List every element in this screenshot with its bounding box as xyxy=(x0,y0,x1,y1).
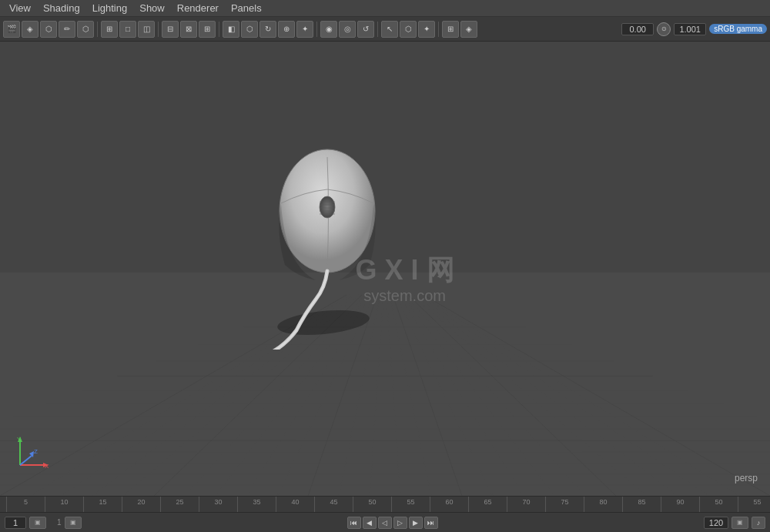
render1-icon[interactable]: ◉ xyxy=(320,21,337,38)
value-group: 0.00 ⊙ 1.001 sRGB gamma xyxy=(621,22,767,36)
playback-controls: ⏮ ◀ ◁ ▷ ▶ ⏭ xyxy=(347,517,438,529)
svg-text:Z: Z xyxy=(34,448,38,455)
sep5 xyxy=(377,22,378,37)
loop-icon[interactable]: ⬡ xyxy=(400,21,417,38)
menu-lighting[interactable]: Lighting xyxy=(86,1,134,15)
tick-20: 20 xyxy=(122,497,160,512)
menu-show[interactable]: Show xyxy=(133,1,171,15)
tick-80: 80 xyxy=(584,497,622,512)
scale-icon[interactable]: ⊕ xyxy=(278,21,295,38)
tick-50a: 50 xyxy=(353,497,391,512)
tick-25: 25 xyxy=(160,497,199,512)
paint2-icon[interactable]: ✦ xyxy=(418,21,435,38)
view3-icon[interactable]: ⊞ xyxy=(199,21,216,38)
tick-15: 15 xyxy=(83,497,122,512)
tick-65: 65 xyxy=(468,497,507,512)
snap-icon[interactable]: ⊞ xyxy=(442,21,459,38)
menu-view[interactable]: View xyxy=(3,1,37,15)
value1-box[interactable]: 0.00 xyxy=(621,23,654,35)
menu-shading[interactable]: Shading xyxy=(37,1,86,15)
cube-icon[interactable]: ◧ xyxy=(223,21,239,38)
pointer-icon[interactable]: ↖ xyxy=(381,21,398,38)
tick-70: 70 xyxy=(507,497,545,512)
end-icon[interactable]: ▣ xyxy=(732,517,748,529)
view1-icon[interactable]: ⊟ xyxy=(162,21,179,38)
sep2 xyxy=(158,22,159,37)
camera-icon[interactable]: 🎬 xyxy=(3,21,20,38)
sep6 xyxy=(438,22,439,37)
magnet-icon[interactable]: ◈ xyxy=(460,21,477,38)
svg-text:X: X xyxy=(45,463,49,470)
tick-60: 60 xyxy=(430,497,468,512)
value2-box[interactable]: 1.001 xyxy=(674,23,706,35)
value-icon: ⊙ xyxy=(657,22,671,36)
tick-75: 75 xyxy=(545,497,584,512)
gamma-badge: sRGB gamma xyxy=(709,24,767,34)
menu-panels[interactable]: Panels xyxy=(225,1,268,15)
bottombar: 1 ▣ 1 ▣ ⏮ ◀ ◁ ▷ ▶ ⏭ 120 ▣ ♪ xyxy=(0,513,770,532)
render3-icon[interactable]: ↺ xyxy=(357,21,374,38)
play-fwd-btn[interactable]: ▷ xyxy=(393,517,407,529)
tick-55a: 55 xyxy=(391,497,430,512)
persp-label: persp xyxy=(735,473,758,483)
select-icon[interactable]: ◈ xyxy=(22,21,38,38)
tick-40: 40 xyxy=(276,497,314,512)
skip-start-btn[interactable]: ⏮ xyxy=(347,517,361,529)
lasso-icon[interactable]: ⬡ xyxy=(40,21,57,38)
light-icon[interactable]: ✦ xyxy=(296,21,313,38)
tick-45: 45 xyxy=(314,497,353,512)
tick-35: 35 xyxy=(237,497,276,512)
tick-85: 85 xyxy=(622,497,661,512)
tick-55b: 55 xyxy=(738,497,770,512)
render2-icon[interactable]: ◎ xyxy=(339,21,356,38)
menubar: View Shading Lighting Show Renderer Pane… xyxy=(0,0,770,17)
sep3 xyxy=(219,22,219,37)
tick-10: 10 xyxy=(45,497,83,512)
skip-end-btn[interactable]: ⏭ xyxy=(424,517,438,529)
sculpt-icon[interactable]: ⬡ xyxy=(77,21,94,38)
mouse-3d-model xyxy=(239,134,424,350)
grid-icon[interactable]: ⊞ xyxy=(101,21,118,38)
rotate-icon[interactable]: ↻ xyxy=(259,21,276,38)
frame2-label: 1 xyxy=(57,518,62,527)
svg-line-11 xyxy=(20,456,32,465)
frame2-icon[interactable]: ▣ xyxy=(65,517,82,529)
paint-icon[interactable]: ✏ xyxy=(59,21,75,38)
axis-indicator: X Y Z xyxy=(12,434,51,473)
sep1 xyxy=(97,22,98,37)
shading1-icon[interactable]: □ xyxy=(119,21,136,38)
ruler-ticks: 5 10 15 20 25 30 35 40 45 50 55 60 65 70… xyxy=(6,497,770,512)
sphere-icon[interactable]: ⬡ xyxy=(241,21,258,38)
tick-30: 30 xyxy=(199,497,237,512)
tick-5: 5 xyxy=(6,497,45,512)
frame-icon[interactable]: ▣ xyxy=(29,517,46,529)
view2-icon[interactable]: ⊠ xyxy=(180,21,197,38)
tick-50b: 50 xyxy=(699,497,738,512)
audio-btn[interactable]: ♪ xyxy=(752,517,765,529)
menu-renderer[interactable]: Renderer xyxy=(171,1,225,15)
timeline-ruler[interactable]: 5 10 15 20 25 30 35 40 45 50 55 60 65 70… xyxy=(0,496,770,513)
sep4 xyxy=(316,22,317,37)
svg-text:Y: Y xyxy=(17,436,22,443)
next-frame-btn[interactable]: ▶ xyxy=(409,517,423,529)
svg-point-1 xyxy=(320,196,335,218)
end-frame-input[interactable]: 120 xyxy=(704,517,728,529)
tick-90: 90 xyxy=(661,497,699,512)
current-frame-input[interactable]: 1 xyxy=(5,517,26,529)
viewport[interactable]: X Y Z persp G X I 网 system.com xyxy=(0,42,770,496)
play-back-btn[interactable]: ◁ xyxy=(378,517,392,529)
prev-frame-btn[interactable]: ◀ xyxy=(363,517,377,529)
shading2-icon[interactable]: ◫ xyxy=(138,21,155,38)
toolbar: 🎬 ◈ ⬡ ✏ ⬡ ⊞ □ ◫ ⊟ ⊠ ⊞ ◧ ⬡ ↻ ⊕ ✦ ◉ ◎ ↺ ↖ … xyxy=(0,17,770,42)
